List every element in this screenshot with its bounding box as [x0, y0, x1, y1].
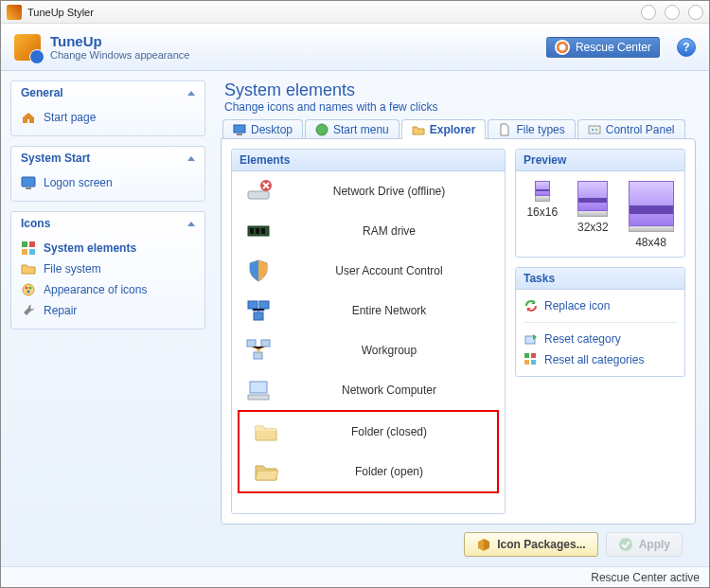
window-title: TuneUp Styler: [27, 7, 632, 18]
sidebar-item-label: Start page: [44, 111, 96, 124]
svg-rect-34: [524, 360, 529, 365]
element-network-computer[interactable]: Network Computer: [232, 370, 505, 410]
apply-button: Apply: [606, 532, 683, 557]
tab-control-panel[interactable]: Control Panel: [577, 119, 685, 139]
svg-point-14: [592, 129, 594, 131]
sidebar-item-label: Logon screen: [44, 176, 113, 189]
footer-buttons: Icon Packages... Apply: [221, 525, 696, 557]
svg-rect-21: [261, 228, 265, 234]
svg-rect-10: [234, 125, 245, 133]
header-text: TuneUp Change Windows appearance: [50, 33, 537, 61]
panel-head-system-start[interactable]: System Start: [11, 147, 204, 170]
folder-open-icon: [253, 458, 279, 485]
main: System elements Change icons and names w…: [215, 71, 709, 566]
sidebar-item-start-page[interactable]: Start page: [11, 107, 204, 128]
task-reset-category[interactable]: Reset category: [524, 329, 677, 349]
svg-point-8: [29, 287, 32, 290]
element-network-drive-offline[interactable]: Network Drive (offline): [232, 171, 505, 211]
sidebar-item-system-elements[interactable]: System elements: [11, 238, 204, 258]
icon-packages-button[interactable]: Icon Packages...: [464, 532, 597, 557]
panel-system-start: System Start Logon screen: [10, 146, 205, 202]
sidebar-item-file-system[interactable]: File system: [11, 258, 204, 279]
panel-head-general[interactable]: General: [11, 81, 204, 105]
page-title: System elements: [221, 79, 696, 100]
right-column: Preview 16x16 32x32: [515, 149, 685, 514]
tab-label: Start menu: [333, 123, 389, 136]
svg-rect-0: [22, 177, 35, 187]
workgroup-icon: [245, 337, 272, 364]
close-button[interactable]: [688, 5, 703, 20]
svg-rect-3: [29, 241, 35, 247]
highlighted-group: Folder (closed) Folder (open): [238, 410, 499, 493]
panel-title-system-start: System Start: [21, 151, 90, 165]
preview-32: 32x32: [577, 181, 609, 249]
controlpanel-icon: [588, 123, 601, 136]
netdrive-offline-icon: [245, 178, 272, 205]
minimize-button[interactable]: [641, 5, 656, 20]
sidebar-item-repair[interactable]: Repair: [11, 300, 204, 321]
task-label: Reset category: [544, 332, 621, 346]
element-folder-open[interactable]: Folder (open): [240, 452, 497, 491]
preview-size-label: 32x32: [577, 221, 609, 234]
element-label: Network Drive (offline): [287, 185, 491, 198]
lifebuoy-icon: [572, 571, 585, 584]
svg-rect-19: [250, 228, 254, 234]
disk-icon: [577, 181, 608, 211]
task-replace-icon[interactable]: Replace icon: [524, 295, 677, 316]
preview-title: Preview: [516, 150, 684, 171]
rescue-center-button[interactable]: Rescue Center: [546, 37, 660, 58]
repair-icon: [21, 303, 36, 318]
help-button[interactable]: ?: [677, 38, 696, 57]
sidebar-item-logon-screen[interactable]: Logon screen: [11, 172, 204, 193]
start-icon: [315, 123, 328, 136]
disk-icon: [535, 181, 550, 196]
svg-point-36: [619, 538, 632, 551]
entire-network-icon: [245, 297, 272, 324]
app-icon: [7, 5, 22, 20]
tasks-title: Tasks: [516, 268, 684, 290]
panel-general: General Start page: [10, 80, 205, 136]
body: General Start page System Start: [1, 71, 709, 566]
status-text: Rescue Center active: [591, 571, 700, 584]
svg-rect-2: [22, 241, 27, 247]
panel-head-icons[interactable]: Icons: [11, 212, 204, 236]
svg-point-15: [595, 129, 597, 131]
header-brand: TuneUp: [50, 33, 537, 49]
reset-icon: [524, 331, 539, 347]
task-reset-all[interactable]: Reset all categories: [524, 349, 677, 370]
tab-start-menu[interactable]: Start menu: [305, 119, 399, 139]
task-label: Replace icon: [544, 299, 610, 312]
elements-scroll[interactable]: Network Drive (offline) RAM drive User A…: [232, 171, 505, 513]
preview-16: 16x16: [526, 181, 558, 249]
svg-rect-5: [29, 249, 35, 255]
panel-title-general: General: [21, 86, 63, 99]
element-ram-drive[interactable]: RAM drive: [232, 211, 505, 251]
preview-48: 48x48: [629, 181, 674, 249]
elements-title: Elements: [232, 150, 505, 171]
tab-file-types[interactable]: File types: [488, 119, 575, 139]
svg-rect-29: [250, 382, 267, 393]
tab-pane: Elements Network Drive (offline) RAM dri…: [221, 138, 696, 525]
element-label: RAM drive: [287, 224, 491, 238]
tab-explorer[interactable]: Explorer: [401, 119, 487, 139]
folder-closed-icon: [253, 419, 279, 445]
svg-rect-35: [531, 360, 536, 365]
lifebuoy-icon: [555, 40, 570, 55]
element-entire-network[interactable]: Entire Network: [232, 291, 505, 330]
chevron-up-icon: [187, 156, 195, 161]
tab-label: Control Panel: [606, 123, 675, 136]
app-window: TuneUp Styler TuneUp Change Windows appe…: [0, 0, 710, 588]
maximize-button[interactable]: [665, 5, 680, 20]
tab-desktop[interactable]: Desktop: [222, 119, 303, 139]
element-label: Workgroup: [287, 344, 491, 357]
network-computer-icon: [245, 377, 272, 403]
tab-label: Explorer: [430, 123, 476, 136]
sidebar-item-label: Repair: [44, 304, 77, 317]
element-label: Entire Network: [287, 304, 491, 317]
reset-all-icon: [524, 352, 539, 367]
element-workgroup[interactable]: Workgroup: [232, 330, 505, 370]
sidebar-item-appearance[interactable]: Appearance of icons: [11, 279, 204, 300]
elements-section: Elements Network Drive (offline) RAM dri…: [231, 149, 506, 514]
element-folder-closed[interactable]: Folder (closed): [240, 412, 497, 452]
element-uac[interactable]: User Account Control: [232, 251, 505, 291]
